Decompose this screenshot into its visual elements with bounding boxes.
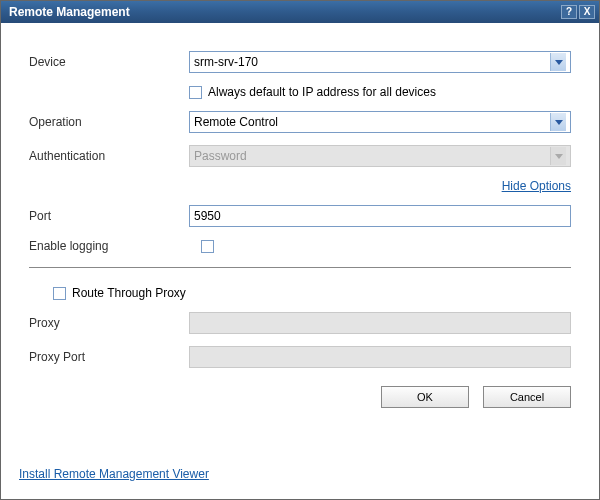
chevron-down-icon [550,53,566,71]
proxy-input [189,312,571,334]
titlebar: Remote Management ? X [1,1,599,23]
operation-dropdown[interactable]: Remote Control [189,111,571,133]
device-dropdown[interactable]: srm-srv-170 [189,51,571,73]
operation-value: Remote Control [194,115,550,129]
remote-management-dialog: Remote Management ? X Device srm-srv-170… [0,0,600,500]
device-value: srm-srv-170 [194,55,550,69]
enable-logging-label: Enable logging [29,239,189,253]
hide-options-link[interactable]: Hide Options [502,179,571,193]
route-through-proxy-label: Route Through Proxy [72,286,186,300]
close-button[interactable]: X [579,5,595,19]
install-viewer-link[interactable]: Install Remote Management Viewer [19,467,209,481]
chevron-down-icon [550,113,566,131]
authentication-dropdown: Password [189,145,571,167]
operation-label: Operation [29,115,189,129]
route-through-proxy-checkbox[interactable] [53,287,66,300]
chevron-down-icon [550,147,566,165]
always-default-ip-checkbox[interactable] [189,86,202,99]
device-label: Device [29,55,189,69]
authentication-label: Authentication [29,149,189,163]
help-button[interactable]: ? [561,5,577,19]
close-icon: X [584,6,591,17]
port-input[interactable] [189,205,571,227]
authentication-value: Password [194,149,550,163]
ok-button[interactable]: OK [381,386,469,408]
cancel-button[interactable]: Cancel [483,386,571,408]
enable-logging-checkbox[interactable] [201,240,214,253]
proxy-port-label: Proxy Port [29,350,189,364]
proxy-port-input [189,346,571,368]
port-label: Port [29,209,189,223]
help-icon: ? [566,6,572,17]
proxy-label: Proxy [29,316,189,330]
divider [29,267,571,268]
always-default-ip-label: Always default to IP address for all dev… [208,85,436,99]
window-title: Remote Management [9,5,561,19]
